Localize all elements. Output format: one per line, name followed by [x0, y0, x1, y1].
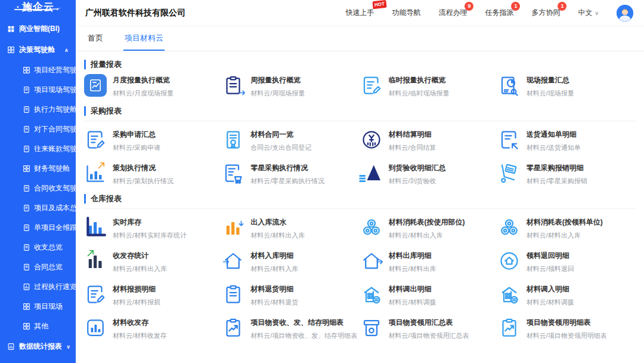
sidebar-item-finance-cockpit[interactable]: 财务驾驶舱 — [0, 159, 76, 179]
sidebar-item-project-operation-cockpit[interactable]: 项目经营驾驶舱 — [0, 60, 76, 80]
report-card-recv-send-stock[interactable]: 材料收发存材料云/材料收发存 — [84, 316, 222, 340]
sidebar-item-other[interactable]: 其他 — [0, 316, 76, 336]
sidebar-item-label: 决策驾驶舱 — [19, 45, 55, 55]
language-selector[interactable]: 中文 ∨ — [578, 8, 599, 18]
consumption-by-unit-icon — [498, 216, 521, 239]
nav-quick-start[interactable]: 快速上手 HOT — [345, 8, 374, 18]
company-name: 广州联君软件科技有限公司 — [85, 8, 185, 19]
report-card-delivery-notice[interactable]: 送货通知单明细材料云/送货通知单 — [498, 128, 636, 152]
report-card-outbound-detail[interactable]: 材料出库明细材料云/材料出库 — [360, 250, 498, 273]
report-card-material-use-summary[interactable]: 项目物资领用汇总表材料云/项目物资领用汇总表 — [360, 316, 498, 340]
inbound-detail-icon — [222, 250, 244, 272]
chevron-up-icon[interactable]: ∧ — [64, 47, 70, 53]
report-title: 材料退货明细 — [250, 284, 298, 294]
sidebar: · 施企云 . 商业智能(BI) 决策驾驶舱 ∧ 项目经营驾驶舱 项目现场驾驶舱… — [0, 0, 76, 363]
nav-process-handling[interactable]: 流程办理 9 — [438, 8, 467, 18]
sidebar-item-decision-cockpit[interactable]: 决策驾驶舱 ∧ — [0, 39, 76, 60]
planning-icon — [84, 162, 107, 184]
report-path: 合同云/支出合同登记 — [250, 143, 311, 152]
report-card-arrival-acceptance[interactable]: 到货验收明细汇总材料云/到货验收 — [360, 162, 498, 186]
report-path: 材料云/送货通知单 — [527, 143, 581, 152]
section-divider — [84, 208, 636, 209]
sidebar-item-project-site[interactable]: 项目现场 — [0, 297, 76, 316]
report-card-site-summary[interactable]: 现场报量汇总材料云/现场报量 — [498, 74, 636, 98]
report-card-inbound-detail[interactable]: 材料入库明细材料云/材料入库 — [222, 250, 360, 273]
sidebar-item-label: 项目及成本总览 — [34, 203, 76, 213]
weekly-report-icon — [222, 74, 244, 97]
sidebar-item-single-project-tracking[interactable]: 单项目全维跟踪 — [0, 218, 76, 238]
report-card-transfer-in[interactable]: 材料调入明细材料云/材料调拨 — [498, 283, 636, 307]
sidebar-item-label: 单项目全维跟踪 — [34, 223, 76, 233]
report-title: 月度报量执行概览 — [113, 75, 174, 85]
report-card-material-use-detail[interactable]: 项目物资领用明细表材料云/项目物资领用明细表 — [498, 316, 636, 340]
sidebar-item-project-cost-overview[interactable]: 项目及成本总览 — [0, 198, 76, 218]
report-card-material-contract[interactable]: 材料合同一览合同云/支出合同登记 — [222, 128, 360, 152]
coin-icon — [23, 184, 30, 192]
grid-icon — [7, 25, 15, 33]
report-path: 材料云/临时现场报量 — [389, 89, 450, 98]
sidebar-item-data-stats-report[interactable]: 数据统计报表 ∨ — [0, 336, 76, 357]
document-icon — [23, 145, 30, 153]
sidebar-item-label: 项目现场 — [34, 302, 63, 312]
report-path: 材料云/零星采购执行情况 — [250, 177, 324, 186]
quantity-reports-grid: 月度报量执行概览材料云/月度现场报量 周报量执行概览材料云/周现场报量 临时报量… — [84, 74, 636, 98]
nav-label: 流程办理 — [438, 8, 467, 17]
report-card-petty-purchase-reimburse[interactable]: 零星采购报销明细材料云/零星采购报销 — [498, 162, 636, 186]
sidebar-item-bi[interactable]: 商业智能(BI) — [0, 19, 76, 39]
sidebar-item-contract-inout-cockpit[interactable]: 合同收支驾驶舱 — [0, 179, 76, 198]
report-card-purchase-request[interactable]: 采购申请汇总材料云/采购申请 — [84, 128, 222, 152]
report-card-monthly-overview[interactable]: 月度报量执行概览材料云/月度现场报量 — [84, 74, 222, 98]
tab-home[interactable]: 首页 — [86, 27, 104, 51]
report-card-petty-purchase-execution[interactable]: 零星采购执行情况材料云/零星采购执行情况 — [222, 162, 360, 186]
report-path: 材料云/策划执行情况 — [113, 177, 174, 186]
report-title: 采购申请汇总 — [113, 130, 160, 140]
report-card-settlement-detail[interactable]: 材料结算明细材料云/合同结算 — [360, 128, 498, 152]
material-use-summary-icon — [360, 316, 383, 339]
report-card-recv-send-stats[interactable]: 收发存统计材料云/材料出入库 — [84, 250, 222, 273]
app-logo[interactable]: · 施企云 . — [0, 0, 76, 14]
sidebar-item-accounts-cockpit[interactable]: 往来账款驾驶舱 — [0, 139, 76, 159]
report-card-adhoc-overview[interactable]: 临时报量执行概览材料云/临时现场报量 — [360, 74, 498, 98]
stats-icon — [7, 343, 15, 350]
sidebar-item-contract-overview[interactable]: 合同总览 — [0, 257, 76, 277]
sidebar-item-project-site-cockpit[interactable]: 项目现场驾驶舱 — [0, 80, 76, 100]
report-card-planning-execution[interactable]: 策划执行情况材料云/策划执行情况 — [84, 162, 222, 186]
chevron-down-icon[interactable]: ∨ — [66, 344, 72, 350]
section-title-warehouse-reports: 仓库报表 — [84, 194, 636, 204]
report-card-damage-detail[interactable]: 材料报损明细材料云/材料报损 — [84, 283, 222, 307]
report-card-transfer-out[interactable]: 材料调出明细材料云/材料调拨 — [360, 283, 498, 307]
sidebar-item-execution-cockpit[interactable]: 执行力驾驶舱 — [0, 100, 76, 119]
nav-feature-guide[interactable]: 功能导航 — [392, 8, 420, 18]
sidebar-item-process-execution[interactable]: 过程执行速览 — [0, 277, 76, 297]
section-title-purchase-reports: 采购报表 — [84, 106, 636, 116]
nav-task-assignment[interactable]: 任务指派 1 — [485, 8, 513, 18]
sidebar-item-label: 项目现场驾驶舱 — [34, 85, 76, 95]
report-card-material-rsb-detail[interactable]: 项目物资收、发、结存明细表材料云/项目物资收、发、结存明细表 — [222, 316, 360, 340]
report-path: 材料云/材料收发存 — [113, 331, 167, 340]
top-header: 广州联君软件科技有限公司 快速上手 HOT 功能导航 流程办理 9 任务指派 1… — [76, 0, 644, 26]
nav-multi-party[interactable]: 多方协同 1 — [531, 8, 560, 18]
report-card-realtime-stock[interactable]: 实时库存材料云/材料实时库存统计 — [84, 216, 222, 240]
user-avatar[interactable] — [617, 5, 633, 21]
report-title: 收发存统计 — [113, 251, 167, 261]
hot-badge: HOT — [372, 0, 386, 9]
sidebar-item-bi-app[interactable]: BI应用 ∨ — [0, 357, 76, 363]
sidebar-item-sub-contract-cockpit[interactable]: 对下合同驾驶舱 — [0, 119, 76, 139]
report-path: 材料云/现场报量 — [527, 89, 574, 98]
cockpit-icon — [7, 46, 15, 54]
report-path: 材料云/项目物资领用汇总表 — [389, 331, 469, 340]
adhoc-report-icon — [360, 74, 383, 97]
site-summary-icon — [498, 74, 521, 97]
tab-project-material-cloud[interactable]: 项目材料云 — [123, 27, 165, 51]
report-path: 材料云/材料调拨 — [389, 298, 436, 307]
report-path: 材料云/合同结算 — [389, 143, 436, 152]
report-card-inout-flow[interactable]: 出入库流水材料云/材料出入库 — [222, 216, 360, 240]
report-card-return-goods[interactable]: 材料退货明细材料云/材料退货 — [222, 283, 360, 307]
sidebar-item-income-expense-overview[interactable]: 收支总览 — [0, 238, 76, 257]
report-card-consumption-by-part[interactable]: 材料消耗表(按使用部位)材料云/材料出入库 — [360, 216, 498, 240]
sidebar-item-label: 其他 — [34, 321, 48, 331]
report-card-requisition-return[interactable]: 领料退回明细材料云/领料退回 — [498, 250, 636, 273]
report-card-consumption-by-unit[interactable]: 材料消耗表(按领料单位)材料云/材料出入库 — [498, 216, 636, 240]
report-card-weekly-overview[interactable]: 周报量执行概览材料云/周现场报量 — [222, 74, 360, 98]
delivery-notice-icon — [498, 128, 521, 151]
